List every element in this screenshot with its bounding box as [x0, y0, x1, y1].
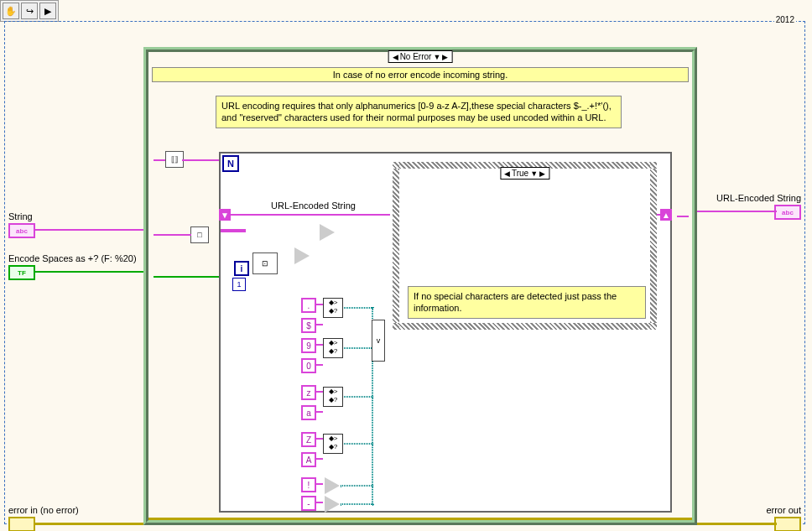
encode-spaces-label: Encode Spaces as +? (F: %20) — [8, 253, 137, 263]
const-1[interactable]: 1 — [232, 278, 246, 291]
string-input-terminal[interactable]: abc — [8, 223, 35, 238]
url-encoding-info: URL encoding requires that only alphanum… — [216, 96, 622, 128]
wire — [154, 276, 225, 278]
url-encoded-output-label: URL-Encoded String — [716, 193, 801, 203]
char-const-dot[interactable]: . — [301, 298, 316, 313]
case-dropdown-icon[interactable]: ▼ — [530, 169, 538, 178]
wire — [34, 229, 143, 231]
toolbar: ✋ ↪ ▶ — [0, 0, 59, 22]
case-dropdown-icon[interactable]: ▼ — [433, 53, 440, 61]
wire — [231, 214, 390, 216]
inner-case-selector[interactable]: ◀ True ▼ ▶ — [500, 167, 549, 180]
case-selector-label: No Error — [400, 52, 432, 61]
error-in-label: error in (no error) — [8, 505, 79, 515]
equal-node[interactable] — [325, 496, 340, 513]
wire — [154, 234, 191, 236]
char-const-9[interactable]: 9 — [301, 338, 316, 353]
equal-node[interactable] — [325, 477, 340, 494]
n-terminal: N — [222, 155, 239, 172]
error-in-terminal[interactable] — [8, 517, 35, 531]
char-const-a[interactable]: a — [301, 405, 316, 420]
case-next-icon[interactable]: ▶ — [442, 53, 448, 61]
char-const-a-upper[interactable]: A — [301, 452, 316, 467]
wire — [154, 159, 165, 161]
inner-case-selector-label: True — [512, 169, 528, 178]
wire — [697, 523, 777, 525]
wire — [148, 518, 692, 520]
pan-tool-icon[interactable]: ✋ — [3, 3, 19, 19]
inner-case-comment: If no special characters are detected ju… — [408, 286, 646, 319]
string-input-label: String — [8, 211, 33, 221]
run-tool-icon[interactable]: ▶ — [39, 3, 56, 19]
case-next-icon[interactable]: ▶ — [539, 169, 545, 178]
string-subset-node[interactable]: ⊡ — [252, 252, 278, 274]
wire — [221, 229, 246, 232]
url-encoded-output-terminal[interactable]: abc — [774, 205, 801, 220]
wire — [341, 503, 373, 505]
char-const-z-upper[interactable]: Z — [301, 432, 316, 447]
wire — [342, 443, 373, 445]
empty-string-const[interactable]: □ — [190, 226, 209, 243]
char-const-dash[interactable]: - — [301, 496, 316, 511]
wire — [182, 159, 224, 161]
shift-register-left[interactable]: ▼ — [219, 209, 231, 221]
wire — [677, 216, 689, 217]
char-const-0[interactable]: 0 — [301, 358, 316, 373]
compare-node[interactable] — [294, 247, 310, 264]
in-range-node[interactable]: ◆>◆? — [323, 338, 343, 358]
shift-register-right[interactable]: ▲ — [660, 209, 672, 221]
wire — [342, 396, 373, 398]
char-const-dollar[interactable]: $ — [301, 318, 316, 333]
i-terminal: i — [234, 261, 249, 276]
for-loop[interactable]: N i ▼ ▲ URL-Encoded String ⊡ 1 — [219, 152, 672, 513]
compound-or-node[interactable]: v — [372, 320, 385, 362]
case-prev-icon[interactable]: ◀ — [393, 53, 398, 61]
in-range-node[interactable]: ◆>◆? — [323, 387, 343, 407]
inner-case-body: ◀ True ▼ ▶ If no special characters are … — [399, 169, 650, 323]
wire — [342, 307, 373, 309]
vi-frame: 2012 String abc Encode Spaces as +? (F: … — [4, 21, 805, 524]
string-length-node[interactable]: ⟦⟧ — [165, 151, 184, 168]
wire — [341, 485, 373, 487]
wire — [34, 523, 143, 525]
in-range-node[interactable]: ◆>◆? — [323, 298, 343, 318]
arrow-tool-icon[interactable]: ↪ — [21, 3, 38, 19]
char-const-bang[interactable]: ! — [301, 477, 316, 492]
wire — [34, 271, 143, 273]
inner-case-structure[interactable]: ◀ True ▼ ▶ If no special characters are … — [393, 162, 657, 330]
case-subtitle: In case of no error encode incoming stri… — [152, 67, 689, 82]
concat-node[interactable] — [320, 224, 335, 241]
wire — [697, 211, 777, 212]
version-label: 2012 — [774, 15, 796, 24]
in-range-node[interactable]: ◆>◆? — [323, 434, 343, 454]
error-out-label: error out — [766, 505, 801, 515]
encode-spaces-terminal[interactable]: TF — [8, 265, 35, 280]
wire-label: URL-Encoded String — [271, 200, 356, 211]
wire — [342, 347, 373, 349]
error-out-terminal[interactable] — [774, 517, 801, 531]
char-const-z[interactable]: z — [301, 385, 316, 400]
case-prev-icon[interactable]: ◀ — [504, 169, 510, 178]
case-selector[interactable]: ◀ No Error ▼ ▶ — [388, 50, 453, 63]
